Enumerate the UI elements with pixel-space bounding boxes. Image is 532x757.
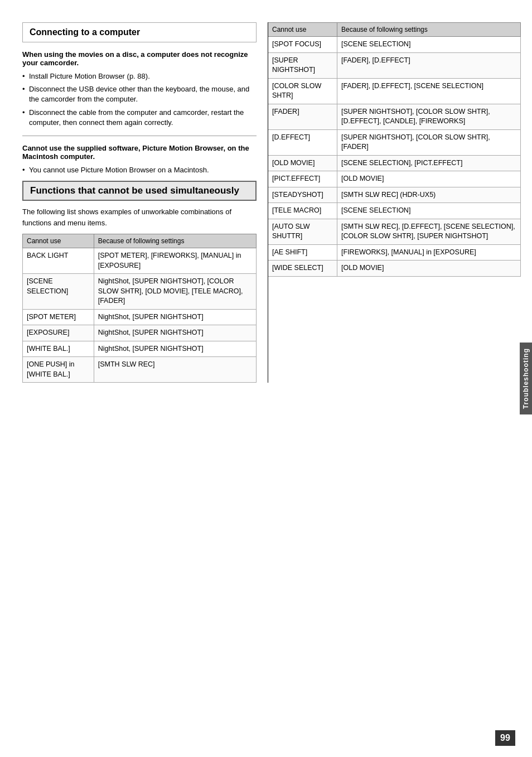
cannot-use-cell: [ONE PUSH] in [WHITE BAL.]: [23, 357, 94, 383]
cannot-use-cell: [PICT.EFFECT]: [268, 171, 337, 187]
table-row: [OLD MOVIE][SCENE SELECTION], [PICT.EFFE…: [268, 155, 521, 171]
because-of-cell: [OLD MOVIE]: [337, 171, 521, 187]
bullet-item: Install Picture Motion Browser (p. 88).: [22, 71, 257, 81]
section-divider: [22, 136, 257, 136]
left-table-header-col2: Because of following settings: [94, 234, 256, 248]
table-row: [D.EFFECT][SUPER NIGHTSHOT], [COLOR SLOW…: [268, 129, 521, 155]
cannot-use-cell: [AUTO SLW SHUTTR]: [268, 219, 337, 244]
cannot-use-cell: [WHITE BAL.]: [23, 341, 94, 357]
cannot-use-cell: BACK LIGHT: [23, 248, 94, 274]
functions-description: The following list shows examples of unw…: [22, 206, 257, 228]
table-row: [PICT.EFFECT][OLD MOVIE]: [268, 171, 521, 187]
because-of-cell: [SUPER NIGHTSHOT], [COLOR SLOW SHTR], [F…: [337, 129, 521, 155]
table-row: [EXPOSURE]NightShot, [SUPER NIGHTSHOT]: [23, 325, 257, 341]
cannot-use-cell: [WIDE SELECT]: [268, 261, 337, 277]
table-row: [FADER][SUPER NIGHTSHOT], [COLOR SLOW SH…: [268, 104, 521, 129]
because-of-cell: [SPOT METER], [FIREWORKS], [MANUAL] in […: [94, 248, 256, 274]
connecting-title: Connecting to a computer: [30, 27, 249, 37]
because-of-cell: [SCENE SELECTION]: [337, 203, 521, 219]
because-of-cell: [FADER], [D.EFFECT]: [337, 52, 521, 78]
cannot-use-cell: [FADER]: [268, 104, 337, 129]
table-row: [SUPER NIGHTSHOT][FADER], [D.EFFECT]: [268, 52, 521, 78]
left-table-header-col1: Cannot use: [23, 234, 94, 248]
cannot-use-cell: [OLD MOVIE]: [268, 155, 337, 171]
right-column: Cannot use Because of following settings…: [268, 22, 521, 383]
cannot-use-cell: [COLOR SLOW SHTR]: [268, 78, 337, 104]
table-row: [AUTO SLW SHUTTR][SMTH SLW REC], [D.EFFE…: [268, 219, 521, 244]
functions-title: Functions that cannot be used simultaneo…: [30, 185, 249, 196]
page-number: 99: [495, 730, 515, 746]
cannot-use-cell: [TELE MACRO]: [268, 203, 337, 219]
because-of-cell: NightShot, [SUPER NIGHTSHOT]: [94, 309, 256, 325]
because-of-cell: NightShot, [SUPER NIGHTSHOT]: [94, 325, 256, 341]
because-of-cell: [FADER], [D.EFFECT], [SCENE SELECTION]: [337, 78, 521, 104]
table-row: [SCENE SELECTION]NightShot, [SUPER NIGHT…: [23, 274, 257, 310]
table-row: [WHITE BAL.]NightShot, [SUPER NIGHTSHOT]: [23, 341, 257, 357]
cannot-use-cell: [AE SHIFT]: [268, 244, 337, 261]
left-column: Connecting to a computer When using the …: [22, 22, 257, 383]
cannot-use-cell: [STEADYSHOT]: [268, 187, 337, 203]
sidebar-label-container: Troubleshooting: [520, 0, 532, 757]
table-row: [SPOT FOCUS][SCENE SELECTION]: [268, 37, 521, 53]
because-of-cell: [SUPER NIGHTSHOT], [COLOR SLOW SHTR], [D…: [337, 104, 521, 129]
cannot-use-cell: [SUPER NIGHTSHOT]: [268, 52, 337, 78]
connecting-section: Connecting to a computer: [22, 22, 257, 42]
because-of-cell: [SMTH SLW REC] (HDR-UX5): [337, 187, 521, 203]
because-of-cell: [SMTH SLW REC], [D.EFFECT], [SCENE SELEC…: [337, 219, 521, 244]
sidebar-label: Troubleshooting: [520, 343, 532, 414]
table-row: [AE SHIFT][FIREWORKS], [MANUAL] in [EXPO…: [268, 244, 521, 261]
right-functions-table: Cannot use Because of following settings…: [268, 22, 521, 277]
problem1-bullets: Install Picture Motion Browser (p. 88). …: [22, 71, 257, 128]
bullet-item: You cannot use Picture Motion Browser on…: [22, 165, 257, 175]
right-table-header-col1: Cannot use: [268, 23, 337, 37]
problem1-heading: When using the movies on a disc, a compu…: [22, 50, 257, 67]
right-table-header-col2: Because of following settings: [337, 23, 521, 37]
because-of-cell: [FIREWORKS], [MANUAL] in [EXPOSURE]: [337, 244, 521, 261]
because-of-cell: [SMTH SLW REC]: [94, 357, 256, 383]
cannot-use-cell: [D.EFFECT]: [268, 129, 337, 155]
cannot-use-cell: [SPOT FOCUS]: [268, 37, 337, 53]
table-row: BACK LIGHT[SPOT METER], [FIREWORKS], [MA…: [23, 248, 257, 274]
because-of-cell: NightShot, [SUPER NIGHTSHOT], [COLOR SLO…: [94, 274, 256, 310]
page-container: Connecting to a computer When using the …: [0, 0, 532, 405]
table-row: [WIDE SELECT][OLD MOVIE]: [268, 261, 521, 277]
problem2-bullets: You cannot use Picture Motion Browser on…: [22, 165, 257, 175]
table-row: [COLOR SLOW SHTR][FADER], [D.EFFECT], [S…: [268, 78, 521, 104]
because-of-cell: [SCENE SELECTION]: [337, 37, 521, 53]
table-row: [TELE MACRO][SCENE SELECTION]: [268, 203, 521, 219]
because-of-cell: NightShot, [SUPER NIGHTSHOT]: [94, 341, 256, 357]
because-of-cell: [SCENE SELECTION], [PICT.EFFECT]: [337, 155, 521, 171]
problem2-heading: Cannot use the supplied software, Pictur…: [22, 144, 257, 161]
cannot-use-cell: [EXPOSURE]: [23, 325, 94, 341]
functions-section-header: Functions that cannot be used simultaneo…: [22, 181, 257, 201]
connecting-body: When using the movies on a disc, a compu…: [22, 50, 257, 175]
left-functions-table: Cannot use Because of following settings…: [22, 234, 257, 383]
because-of-cell: [OLD MOVIE]: [337, 261, 521, 277]
table-row: [SPOT METER]NightShot, [SUPER NIGHTSHOT]: [23, 309, 257, 325]
table-row: [STEADYSHOT][SMTH SLW REC] (HDR-UX5): [268, 187, 521, 203]
bullet-item: Disconnect the USB device other than the…: [22, 84, 257, 104]
table-row: [ONE PUSH] in [WHITE BAL.][SMTH SLW REC]: [23, 357, 257, 383]
cannot-use-cell: [SCENE SELECTION]: [23, 274, 94, 310]
bullet-item: Disconnect the cable from the computer a…: [22, 108, 257, 128]
cannot-use-cell: [SPOT METER]: [23, 309, 94, 325]
